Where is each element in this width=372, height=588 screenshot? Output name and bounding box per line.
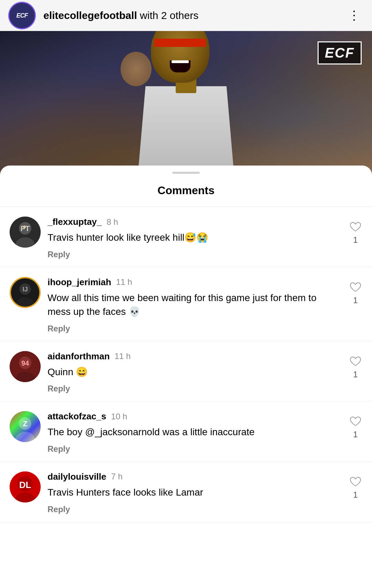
comment-actions: 1: [349, 277, 362, 305]
player-jersey: [138, 86, 234, 176]
player-mouth: [170, 60, 190, 72]
comments-title: Comments: [0, 184, 372, 207]
comment-actions: 1: [349, 217, 362, 245]
commenter-avatar[interactable]: 94: [10, 351, 41, 382]
reply-button[interactable]: Reply: [48, 250, 70, 259]
comment-meta: dailylouisville 7 h: [48, 471, 342, 482]
poster-info: elitecollegefootball with 2 others: [43, 10, 344, 21]
comment-text: Travis hunter look like tyreek hill😅😭: [48, 231, 342, 245]
comment-time: 7 h: [111, 472, 123, 481]
comment-text: The boy @_jacksonarnold was a little ina…: [48, 425, 342, 439]
ecf-watermark: ECF: [318, 41, 362, 64]
commenter-avatar[interactable]: FT: [10, 217, 41, 248]
comment-body: ihoop_jerimiah 11 h Wow all this time we…: [48, 277, 342, 333]
username-text: elitecollegefootball: [43, 10, 137, 21]
avatar-illustration: DL: [10, 471, 41, 502]
avatar-illustration: IJ: [11, 277, 39, 308]
comment-username[interactable]: dailylouisville: [48, 471, 106, 482]
hero-image: ECF: [0, 31, 372, 176]
heart-icon: [350, 356, 361, 367]
comment-actions: 1: [349, 411, 362, 439]
comments-sheet: Comments FT _flexxuptay_ 8 h Travis hunt…: [0, 166, 372, 588]
comment-meta: _flexxuptay_ 8 h: [48, 217, 342, 227]
comment-item: IJ ihoop_jerimiah 11 h Wow all this time…: [0, 267, 372, 341]
post-header: ECF elitecollegefootball with 2 others ⋮: [0, 0, 372, 31]
like-button[interactable]: [349, 355, 362, 368]
comment-time: 11 h: [115, 351, 131, 361]
comment-username[interactable]: attackofzac_s: [48, 411, 106, 422]
teeth-top: [172, 60, 189, 63]
comment-text: Quinn 😄: [48, 365, 342, 379]
svg-text:FT: FT: [21, 224, 30, 233]
heart-icon: [350, 222, 361, 232]
like-button[interactable]: [349, 220, 362, 234]
reply-button[interactable]: Reply: [48, 505, 70, 514]
commenter-avatar[interactable]: Z: [10, 411, 41, 442]
bg-player-left: [121, 52, 152, 86]
avatar-illustration: 94: [10, 351, 41, 382]
player-headband: [154, 39, 206, 47]
avatar-illustration: FT: [10, 217, 41, 248]
poster-avatar[interactable]: ECF: [8, 2, 36, 29]
comment-meta: attackofzac_s 10 h: [48, 411, 342, 422]
like-count: 1: [353, 235, 358, 245]
comment-text: Wow all this time we been waiting for th…: [48, 291, 342, 319]
comment-meta: ihoop_jerimiah 11 h: [48, 277, 342, 288]
comment-time: 10 h: [111, 412, 127, 421]
with-others-text: with 2 others: [140, 10, 198, 21]
heart-icon: [350, 477, 361, 487]
comment-username[interactable]: _flexxuptay_: [48, 217, 102, 227]
comment-meta: aidanforthman 11 h: [48, 351, 342, 362]
poster-username[interactable]: elitecollegefootball with 2 others: [43, 10, 198, 21]
with-others-value: with 2 others: [140, 10, 198, 21]
comment-item: FT _flexxuptay_ 8 h Travis hunter look l…: [0, 207, 372, 267]
comment-body: dailylouisville 7 h Travis Hunters face …: [48, 471, 342, 514]
svg-text:IJ: IJ: [22, 286, 28, 293]
like-count: 1: [353, 430, 358, 439]
heart-icon: [350, 416, 361, 427]
player-head: [151, 31, 209, 83]
comment-username[interactable]: aidanforthman: [48, 351, 110, 362]
more-options-button[interactable]: ⋮: [344, 6, 364, 25]
commenter-avatar[interactable]: DL: [10, 471, 41, 502]
like-button[interactable]: [349, 475, 362, 489]
commenter-avatar[interactable]: IJ: [10, 277, 41, 308]
comment-username[interactable]: ihoop_jerimiah: [48, 277, 111, 288]
like-count: 1: [353, 370, 358, 379]
comment-actions: 1: [349, 351, 362, 379]
reply-button[interactable]: Reply: [48, 384, 70, 393]
comment-item: Z attackofzac_s 10 h The boy @_jacksonar…: [0, 401, 372, 462]
svg-text:DL: DL: [19, 480, 31, 490]
comment-item: DL dailylouisville 7 h Travis Hunters fa…: [0, 462, 372, 522]
reply-button[interactable]: Reply: [48, 444, 70, 454]
avatar-illustration: Z: [10, 411, 41, 442]
comment-actions: 1: [349, 471, 362, 500]
like-count: 1: [353, 296, 358, 305]
comment-body: aidanforthman 11 h Quinn 😄 Reply: [48, 351, 342, 394]
sheet-drag-handle[interactable]: [172, 172, 200, 174]
comment-text: Travis Hunters face looks like Lamar: [48, 486, 342, 500]
heart-icon: [350, 282, 361, 292]
like-button[interactable]: [349, 415, 362, 428]
like-button[interactable]: [349, 280, 362, 294]
comment-body: attackofzac_s 10 h The boy @_jacksonarno…: [48, 411, 342, 454]
svg-text:94: 94: [21, 359, 29, 367]
like-count: 1: [353, 490, 358, 500]
comment-time: 8 h: [107, 217, 118, 227]
comment-body: _flexxuptay_ 8 h Travis hunter look like…: [48, 217, 342, 259]
comment-item: 94 aidanforthman 11 h Quinn 😄 Reply 1: [0, 341, 372, 402]
reply-button[interactable]: Reply: [48, 324, 70, 333]
comment-time: 11 h: [116, 277, 132, 287]
hero-player-figure: [124, 38, 248, 176]
svg-text:Z: Z: [23, 419, 27, 428]
